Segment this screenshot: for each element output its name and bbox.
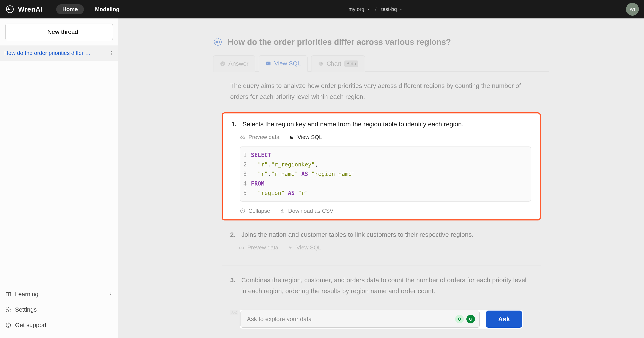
pie-icon <box>318 61 324 66</box>
svg-point-5 <box>8 309 9 310</box>
sidebar-learning-label: Learning <box>15 291 38 298</box>
svg-point-15 <box>240 136 242 138</box>
main-area: How do the order priorities differ acros… <box>118 18 644 338</box>
svg-rect-13 <box>266 62 271 65</box>
chevron-right-icon <box>108 291 113 298</box>
download-csv-label: Download as CSV <box>288 208 333 214</box>
svg-text:fx: fx <box>289 246 292 250</box>
collapse-label: Collapse <box>248 208 270 214</box>
breadcrumb-separator: / <box>375 6 376 12</box>
chevron-down-icon <box>399 7 403 11</box>
sidebar-learning[interactable]: Learning <box>0 286 118 302</box>
chevron-down-icon <box>366 7 370 11</box>
type-tag: A-Z <box>230 310 238 315</box>
function-icon: fx <box>288 245 294 250</box>
result-tabs: Answer View SQL Chart Beta <box>213 55 550 72</box>
tab-view-sql[interactable]: View SQL <box>259 55 308 72</box>
tab-view-sql-label: View SQL <box>274 60 301 67</box>
preview-data-label: Prevew data <box>248 134 280 140</box>
nav-modeling[interactable]: Modeling <box>89 4 126 14</box>
svg-point-11 <box>219 42 220 42</box>
collapse-icon <box>240 208 246 214</box>
nav: Home Modeling <box>56 4 125 14</box>
sidebar-support-label: Get support <box>15 322 46 328</box>
beta-badge: Beta <box>344 60 358 67</box>
sidebar-support[interactable]: Get support <box>0 318 118 333</box>
divider <box>222 266 541 266</box>
sidebar-settings-label: Settings <box>15 306 37 313</box>
sidebar-thread-title: How do the order priorities differ … <box>4 50 109 56</box>
svg-point-22 <box>458 318 460 320</box>
terminal-icon <box>266 61 271 66</box>
breadcrumb-org-label: my org <box>348 6 364 12</box>
svg-point-1 <box>8 8 9 8</box>
chat-icon <box>213 37 222 47</box>
ask-bar: G Ask <box>240 310 523 328</box>
download-icon <box>280 208 285 214</box>
logo-icon <box>5 4 14 14</box>
question-title: How do the order priorities differ acros… <box>228 38 451 47</box>
ask-input-wrap: G <box>240 310 480 328</box>
step-1: 1. Selects the region key and name from … <box>222 112 541 220</box>
tab-answer[interactable]: Answer <box>213 55 255 72</box>
step-3-number: 3. <box>230 274 238 296</box>
ask-input[interactable] <box>241 316 455 322</box>
step-3-title: Combines the region, customer, and order… <box>241 274 532 296</box>
top-header: WrenAI Home Modeling my org / test-bq WI <box>0 0 644 18</box>
preview-data-button-2[interactable]: Prevew data <box>239 244 278 251</box>
more-icon[interactable] <box>109 50 115 56</box>
sidebar-thread-item[interactable]: How do the order priorities differ … <box>0 46 118 61</box>
svg-point-3 <box>111 52 112 54</box>
step-1-number: 1. <box>231 118 239 130</box>
binoculars-icon <box>239 245 244 250</box>
grammarly-icon-1[interactable] <box>455 315 464 324</box>
svg-point-19 <box>240 247 241 249</box>
preview-data-button[interactable]: Prevew data <box>240 134 280 140</box>
svg-point-10 <box>217 42 218 42</box>
svg-point-2 <box>111 51 112 52</box>
query-description: The query aims to analyze how order prio… <box>230 80 532 102</box>
check-circle-icon <box>220 61 226 66</box>
step-1-title: Selects the region key and name from the… <box>242 118 464 130</box>
svg-text:fx: fx <box>290 135 293 140</box>
svg-point-4 <box>111 54 112 55</box>
plus-icon <box>40 28 44 36</box>
breadcrumb-project[interactable]: test-bq <box>381 6 403 12</box>
step-2-title: Joins the nation and customer tables to … <box>241 229 474 240</box>
new-thread-button[interactable]: New thread <box>5 24 113 40</box>
tab-answer-label: Answer <box>228 60 248 67</box>
binoculars-icon <box>240 134 246 140</box>
breadcrumb-project-label: test-bq <box>381 6 397 12</box>
view-sql-button[interactable]: fx View SQL <box>289 134 322 140</box>
sidebar-settings[interactable]: Settings <box>0 302 118 318</box>
grammarly-icon-2[interactable]: G <box>466 315 475 324</box>
sql-code-block: 1SELECT2 "r"."r_regionkey",3 "r"."r_name… <box>240 146 531 202</box>
function-icon: fx <box>289 134 294 140</box>
svg-point-18 <box>240 209 245 213</box>
download-csv-button[interactable]: Download as CSV <box>280 208 333 214</box>
step-2-number: 2. <box>230 229 238 240</box>
svg-point-20 <box>242 247 244 249</box>
breadcrumb-org[interactable]: my org <box>348 6 370 12</box>
question-row: How do the order priorities differ acros… <box>213 37 550 47</box>
breadcrumb: my org / test-bq <box>126 6 626 12</box>
gear-icon <box>5 306 12 313</box>
view-sql-label-2: View SQL <box>296 244 321 251</box>
logo[interactable]: WrenAI <box>5 4 42 14</box>
logo-text: WrenAI <box>18 5 42 13</box>
ask-button[interactable]: Ask <box>486 310 522 328</box>
view-sql-button-2[interactable]: fx View SQL <box>288 244 321 251</box>
tab-chart[interactable]: Chart Beta <box>311 55 365 72</box>
step-3: 3. Combines the region, customer, and or… <box>222 274 541 301</box>
svg-point-7 <box>8 326 8 327</box>
svg-point-9 <box>216 42 217 42</box>
tab-chart-label: Chart <box>326 60 341 67</box>
step-2: 2. Joins the nation and customer tables … <box>222 229 541 257</box>
nav-home[interactable]: Home <box>56 4 84 14</box>
collapse-button[interactable]: Collapse <box>240 208 270 214</box>
sidebar: New thread How do the order priorities d… <box>0 18 118 338</box>
avatar[interactable]: WI <box>626 3 639 16</box>
svg-point-12 <box>220 61 225 66</box>
help-icon <box>5 322 12 328</box>
new-thread-label: New thread <box>48 28 78 36</box>
